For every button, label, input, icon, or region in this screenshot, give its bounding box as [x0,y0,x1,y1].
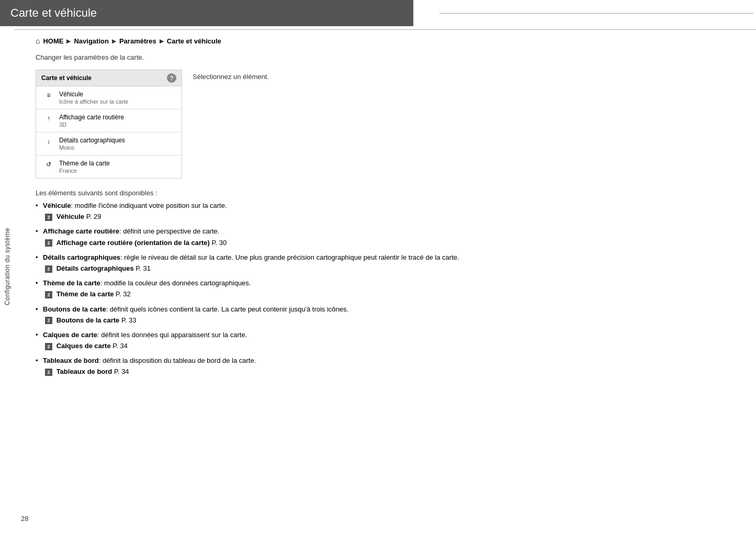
sidebar-label: Configuration du système [4,228,11,305]
item-name-details: Détails cartographiques [43,253,120,261]
menu-header: Carte et véhicule ? [36,70,182,86]
item-ref-calques: 2 Calques de carte P. 34 [45,341,470,351]
title-divider [15,29,756,30]
breadcrumb-parametres: Paramètres [119,37,156,45]
items-list: Véhicule: modifie l'icône indiquant votr… [36,201,470,377]
menu-subtitle-vehicule: Icône à afficher sur la carte [59,98,176,105]
breadcrumb-carte: Carte et véhicule [167,37,221,45]
menu-content-vehicule: Véhicule Icône à afficher sur la carte [59,91,176,105]
list-item-calques: Calques de carte: définit les données qu… [36,330,470,351]
item-desc-affichage: : définit une perspective de carte. [119,227,220,235]
breadcrumb-arrow-3: ▶ [160,38,164,44]
breadcrumb-arrow-2: ▶ [112,38,116,44]
item-ref-theme: 2 Thème de la carte P. 32 [45,290,470,299]
menu-subtitle-affichage: 3D [59,121,176,128]
selection-text: Sélectionnez un élément. [193,70,269,81]
ref-label-affichage: Affichage carte routière (orientation de… [57,239,210,247]
menu-icon-vehicule: ≡ [43,92,54,99]
item-name-affichage: Affichage carte routière [43,227,119,235]
menu-content-theme: Thème de la carte France [59,160,176,174]
menu-item-affichage[interactable]: ↑ Affichage carte routière 3D [36,109,182,132]
menu-title-vehicule: Véhicule [59,91,176,98]
ref-icon-details: 2 [45,265,52,273]
ref-page-calques: P. 34 [112,342,128,350]
item-name-tableaux: Tableaux de bord [43,357,99,364]
ref-page-details: P. 31 [136,264,151,272]
item-name-theme: Thème de la carte [43,279,100,287]
ref-page-affichage: P. 30 [212,239,227,247]
main-content: ⌂ HOME ▶ Navigation ▶ Paramètres ▶ Carte… [15,26,756,393]
menu-title-affichage: Affichage carte routière [59,114,176,121]
item-desc-boutons: : définit quels icônes contient la carte… [106,305,349,313]
menu-icon-details: ↓ [43,138,54,145]
home-icon: ⌂ [36,37,40,45]
ref-icon-affichage: 2 [45,239,52,247]
breadcrumb-arrow-1: ▶ [66,38,71,44]
list-item-vehicule: Véhicule: modifie l'icône indiquant votr… [36,201,470,221]
list-item-boutons: Boutons de la carte: définit quels icône… [36,305,470,325]
list-item-affichage: Affichage carte routière: définit une pe… [36,227,470,247]
ref-page-vehicule: P. 29 [86,213,101,220]
list-item-tableaux: Tableaux de bord: définit la disposition… [36,356,470,376]
item-ref-details: 2 Détails cartographiques P. 31 [45,264,470,273]
item-desc-vehicule: : modifie l'icône indiquant votre positi… [71,202,227,209]
list-item-theme: Thème de la carte: modifie la couleur de… [36,279,470,299]
ref-page-tableaux: P. 34 [114,368,129,375]
ref-icon-theme: 2 [45,291,52,298]
ref-label-boutons: Boutons de la carte [57,316,120,324]
ref-icon-vehicule: 2 [45,214,52,221]
menu-subtitle-details: Moins [59,145,176,151]
item-name-calques: Calques de carte [43,331,97,339]
ui-layout: Carte et véhicule ? ≡ Véhicule Icône à a… [36,70,470,179]
menu-content-affichage: Affichage carte routière 3D [59,114,176,128]
breadcrumb-navigation: Navigation [74,37,108,45]
item-name-boutons: Boutons de la carte [43,305,106,313]
description-text: Changer les paramètres de la carte. [36,53,470,61]
ref-label-theme: Thème de la carte [57,290,114,298]
menu-item-vehicule[interactable]: ≡ Véhicule Icône à afficher sur la carte [36,86,182,109]
ref-icon-calques: 2 [45,343,52,350]
ref-icon-tableaux: 2 [45,369,52,376]
menu-header-title: Carte et véhicule [41,74,92,82]
breadcrumb-home: HOME [43,37,63,45]
menu-icon-theme: ↺ [43,161,54,168]
item-desc-details: : règle le niveau de détail sur la carte… [120,253,459,261]
menu-title-details: Détails cartographiques [59,137,176,144]
menu-content-details: Détails cartographiques Moins [59,137,176,151]
menu-title-theme: Thème de la carte [59,160,176,167]
menu-subtitle-theme: France [59,168,176,174]
item-ref-tableaux: 2 Tableaux de bord P. 34 [45,367,470,376]
menu-screenshot: Carte et véhicule ? ≡ Véhicule Icône à a… [36,70,182,179]
ref-label-vehicule: Véhicule [57,213,84,220]
content-area: ⌂ HOME ▶ Navigation ▶ Paramètres ▶ Carte… [15,26,486,393]
sidebar: Configuration du système [0,0,15,533]
menu-item-details[interactable]: ↓ Détails cartographiques Moins [36,132,182,156]
breadcrumb: ⌂ HOME ▶ Navigation ▶ Paramètres ▶ Carte… [36,37,470,45]
items-intro: Les éléments suivants sont disponibles : [36,189,470,197]
item-desc-theme: : modifie la couleur des données cartogr… [100,279,251,287]
ref-icon-boutons: 2 [45,317,52,324]
item-desc-calques: : définit les données qui apparaissent s… [97,331,247,339]
page-number: 28 [21,515,28,523]
ref-label-calques: Calques de carte [57,342,111,350]
item-name-vehicule: Véhicule [43,202,71,209]
list-item-details: Détails cartographiques: règle le niveau… [36,253,470,273]
ref-label-tableaux: Tableaux de bord [57,368,112,375]
menu-icon-affichage: ↑ [43,115,54,122]
item-ref-affichage: 2 Affichage carte routière (orientation … [45,238,470,248]
items-section: Les éléments suivants sont disponibles :… [36,189,470,377]
item-desc-tableaux: : définit la disposition du tableau de b… [99,357,256,364]
ref-label-details: Détails cartographiques [57,264,134,272]
ref-page-theme: P. 32 [116,290,131,298]
menu-item-theme[interactable]: ↺ Thème de la carte France [36,156,182,178]
page-title: Carte et véhicule [0,0,413,26]
item-ref-boutons: 2 Boutons de la carte P. 33 [45,316,470,325]
item-ref-vehicule: 2 Véhicule P. 29 [45,212,470,221]
help-icon: ? [167,73,176,83]
ref-page-boutons: P. 33 [121,316,137,324]
